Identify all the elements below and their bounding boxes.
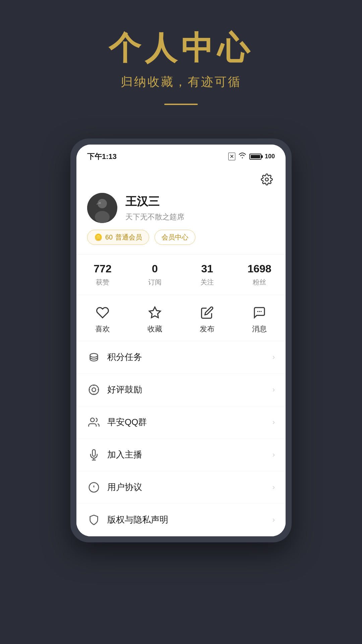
menu-item-copyright-arrow: › [273, 516, 275, 524]
page-title: 个人中心 [109, 30, 253, 66]
message-icon [251, 305, 267, 321]
title-divider [164, 104, 198, 105]
top-bar [76, 166, 286, 187]
menu-item-review[interactable]: 好评鼓励 › [76, 374, 286, 406]
menu-item-agreement-label: 用户协议 [107, 481, 273, 493]
copyright-icon [87, 513, 101, 527]
status-bar: 下午1:13 ✕ 100 [76, 145, 286, 166]
status-icons: ✕ 100 [228, 153, 275, 160]
menu-item-qq-group-arrow: › [273, 418, 275, 427]
battery-icon [249, 154, 261, 160]
coin-count: 60 [105, 233, 113, 241]
stat-subscriptions-number: 0 [152, 263, 158, 275]
stat-likes-label: 获赞 [96, 278, 109, 287]
like-icon [95, 305, 111, 321]
profile-badges: 🪙 60 普通会员 会员中心 [87, 230, 275, 245]
stat-following[interactable]: 31 关注 [181, 263, 233, 287]
phone-mockup: 下午1:13 ✕ 100 [70, 139, 292, 542]
action-like-label: 喜欢 [95, 324, 110, 334]
menu-item-qq-group[interactable]: 早安QQ群 › [76, 406, 286, 439]
menu-item-broadcaster[interactable]: 加入主播 › [76, 439, 286, 471]
menu-item-copyright[interactable]: 版权与隐私声明 › [76, 504, 286, 536]
menu-item-review-label: 好评鼓励 [107, 384, 273, 395]
svg-point-17 [90, 418, 94, 422]
menu-item-qq-group-label: 早安QQ群 [107, 416, 273, 428]
publish-icon [199, 305, 215, 321]
screen-content: 王汉三 天下无不散之筵席 🪙 60 普通会员 会员中心 772 [76, 166, 286, 536]
action-message-label: 消息 [252, 324, 267, 334]
stat-following-label: 关注 [200, 278, 214, 287]
action-like[interactable]: 喜欢 [76, 305, 129, 334]
coin-icon: 🪙 [94, 233, 103, 241]
stat-subscriptions[interactable]: 0 订阅 [129, 263, 181, 287]
avatar [87, 193, 117, 223]
action-publish[interactable]: 发布 [181, 305, 233, 334]
profile-bio: 天下无不散之筵席 [125, 212, 184, 222]
stats-section: 772 获赞 0 订阅 31 关注 1698 粉丝 [76, 254, 286, 295]
review-icon [87, 383, 101, 396]
menu-item-points[interactable]: 积分任务 › [76, 341, 286, 374]
qq-group-icon [87, 416, 101, 429]
svg-point-3 [95, 211, 110, 223]
battery-percent: 100 [265, 153, 275, 160]
menu-item-broadcaster-arrow: › [273, 450, 275, 459]
action-publish-label: 发布 [200, 324, 215, 334]
svg-point-0 [265, 178, 268, 181]
agreement-icon [87, 481, 101, 494]
menu-item-agreement-arrow: › [273, 483, 275, 492]
profile-section: 王汉三 天下无不散之筵席 🪙 60 普通会员 会员中心 [76, 187, 286, 254]
stat-subscriptions-label: 订阅 [148, 278, 162, 287]
stat-likes-number: 772 [94, 263, 111, 275]
svg-marker-6 [149, 307, 160, 318]
menu-item-review-arrow: › [273, 385, 275, 394]
broadcaster-icon [87, 448, 101, 462]
status-time: 下午1:13 [87, 152, 117, 162]
actions-section: 喜欢 收藏 [76, 295, 286, 341]
phone-screen: 下午1:13 ✕ 100 [76, 145, 286, 536]
wifi-icon [239, 153, 246, 160]
action-collect-label: 收藏 [147, 324, 162, 334]
menu-item-agreement[interactable]: 用户协议 › [76, 471, 286, 504]
badge-member[interactable]: 🪙 60 普通会员 [87, 230, 149, 245]
svg-point-11 [89, 385, 99, 394]
menu-item-points-arrow: › [273, 353, 275, 362]
badge-member-center[interactable]: 会员中心 [155, 230, 195, 245]
action-message[interactable]: 消息 [233, 305, 286, 334]
collect-icon [147, 305, 163, 321]
member-label: 普通会员 [115, 233, 142, 242]
profile-text: 王汉三 天下无不散之筵席 [125, 194, 184, 222]
svg-point-2 [98, 199, 107, 208]
stat-fans-label: 粉丝 [253, 278, 266, 287]
settings-icon[interactable] [259, 171, 275, 187]
svg-point-10 [90, 353, 98, 357]
stat-following-number: 31 [201, 263, 213, 275]
menu-section: 积分任务 › 好评鼓励 [76, 341, 286, 536]
stat-fans-number: 1698 [247, 263, 271, 275]
action-collect[interactable]: 收藏 [129, 305, 181, 334]
profile-info: 王汉三 天下无不散之筵席 [87, 193, 275, 223]
stat-likes[interactable]: 772 获赞 [76, 263, 129, 287]
profile-name: 王汉三 [125, 194, 184, 209]
menu-item-points-label: 积分任务 [107, 351, 273, 363]
points-icon [87, 351, 101, 364]
menu-item-copyright-label: 版权与隐私声明 [107, 514, 273, 526]
menu-item-broadcaster-label: 加入主播 [107, 449, 273, 461]
page-subtitle: 归纳收藏，有迹可循 [121, 74, 241, 90]
x-icon: ✕ [228, 153, 235, 160]
svg-point-12 [92, 388, 96, 391]
stat-fans[interactable]: 1698 粉丝 [233, 263, 286, 287]
